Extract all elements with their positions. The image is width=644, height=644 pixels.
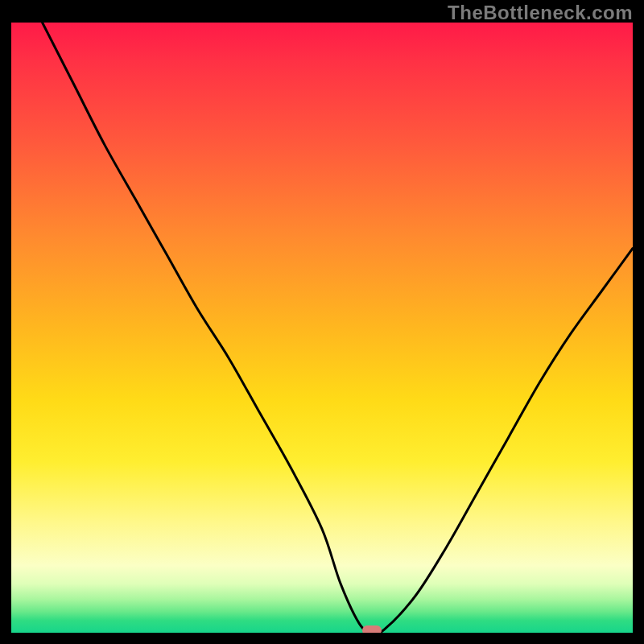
chart-container: TheBottleneck.com — [0, 0, 644, 644]
bottleneck-curve — [11, 23, 633, 633]
optimum-marker — [362, 625, 382, 633]
plot-area — [11, 23, 633, 633]
watermark-text: TheBottleneck.com — [448, 2, 633, 24]
